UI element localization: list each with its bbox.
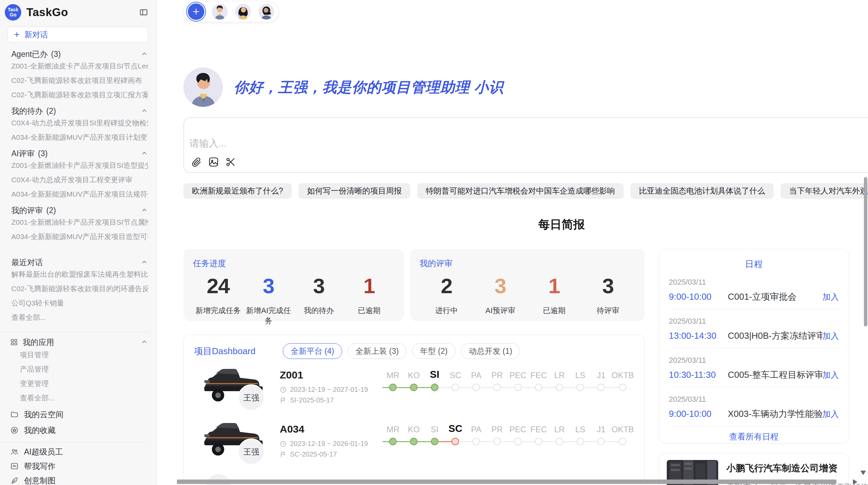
scissors-icon[interactable] <box>225 157 236 167</box>
milestone-node: SI <box>424 421 445 472</box>
conversation-item[interactable]: Z001-全新燃油皮卡产品开发项目SI节点Lesson Learn报告 <box>11 59 148 73</box>
stat-label: 进行中 <box>420 306 473 316</box>
stat-review-overdue: 1 已逾期 <box>527 274 581 316</box>
milestone-dot-pending <box>514 384 522 391</box>
section-header-my-todo[interactable]: 我的待办 (2) <box>11 106 148 116</box>
project-row-z001[interactable]: 王强 Z001 2023-12-19 ~ 2027-01-19 SI-2025-… <box>194 366 634 418</box>
stat-new-ai-done: 3 新增AI完成任务 <box>243 274 294 326</box>
milestone-dot-alert <box>451 438 459 445</box>
milestone-dot-done <box>389 438 397 445</box>
chevron-up-icon <box>141 259 148 266</box>
section-header-recent[interactable]: 最近对话 <box>11 258 148 267</box>
milestone-dot-pending <box>597 384 605 391</box>
conversation-item[interactable]: C0X4-动力总成开发项目工程变更评审 <box>11 173 148 187</box>
suggestion-chip[interactable]: 比亚迪全固态电池计划具体说了什么 <box>630 183 774 199</box>
recent-view-all[interactable]: 查看全部... <box>11 310 148 325</box>
join-button[interactable]: 加入 <box>822 291 839 302</box>
suggestion-chip[interactable]: 当下年轻人对汽车外观有怎样的喜好趋势 <box>781 183 868 199</box>
project-row-a034[interactable]: 王强 A034 2023-12-19 ~ 2026-01-19 SC-2025-… <box>194 421 634 472</box>
milestone-node: KO <box>403 367 424 418</box>
section-header-my-review[interactable]: 我的评审 (2) <box>11 206 148 215</box>
my-cloud-space[interactable]: 我的云空间 <box>10 407 148 422</box>
my-apps-title: 我的应用 <box>23 337 54 348</box>
project-info: A034 2023-12-19 ~ 2026-01-19 SC-2025-05-… <box>280 421 383 472</box>
milestone-node-current: SI <box>424 367 445 418</box>
section-header-agent-done[interactable]: Agent已办 (3) <box>11 49 148 59</box>
daily-briefing-header: 每日简报 <box>183 216 868 233</box>
milestone-dot-pending <box>577 384 584 391</box>
milestone-dot-done <box>431 438 438 445</box>
sidebar-collapse-icon[interactable] <box>139 8 148 17</box>
add-assistant-button[interactable] <box>188 3 204 20</box>
attachment-icon[interactable] <box>191 157 202 167</box>
app-item-project-mgmt[interactable]: 项目管理 <box>20 348 148 362</box>
vertical-scrollbar-thumb[interactable] <box>864 177 867 326</box>
join-button[interactable]: 加入 <box>822 331 839 341</box>
section-header-ai-review[interactable]: AI评审 (3) <box>11 149 148 158</box>
app-item-view-all[interactable]: 查看全部... <box>20 391 148 405</box>
app-logo: Task Go <box>5 4 21 21</box>
section-count: (2) <box>46 107 56 116</box>
project-dates: 2023-12-19 ~ 2027-01-19 <box>280 386 383 394</box>
image-icon[interactable] <box>208 157 219 167</box>
milestone-node: PEC <box>507 421 528 472</box>
stat-pending-review: 3 待评审 <box>581 274 635 316</box>
stat-new-done: 24 新增完成任务 <box>193 274 243 326</box>
milestone-dot-pending <box>493 384 501 391</box>
chat-input[interactable] <box>189 138 602 149</box>
conversation-item[interactable]: Z001-全新燃油轻卡产品开发项目SI节点属性5D文件评审 <box>11 215 148 229</box>
view-all-schedule-link[interactable]: 查看所有日程 <box>669 431 839 442</box>
conversation-item[interactable]: C02-飞腾新能源轻客改款项目立项汇报方案 <box>11 88 148 102</box>
my-apps-header[interactable]: 我的应用 <box>10 337 148 348</box>
tool-creative-draw[interactable]: 创意制图 <box>10 473 148 485</box>
scroll-right-arrow[interactable] <box>853 479 857 485</box>
project-dates: 2023-12-19 ~ 2026-01-19 <box>280 440 383 448</box>
new-chat-button[interactable]: 新对话 <box>8 27 148 42</box>
conversation-item[interactable]: A034-全新新能源MUV产品开发项目法规符合性评审 <box>11 187 148 201</box>
stat-label: 新增AI完成任务 <box>243 306 294 326</box>
horizontal-scrollbar-thumb[interactable] <box>177 480 836 484</box>
chevron-up-icon <box>141 50 148 58</box>
tool-help-write[interactable]: 帮我写作 <box>10 459 148 473</box>
conversation-item[interactable]: C02-飞腾新能源轻客改款项目里程碑画布 <box>11 73 148 88</box>
app-item-product-mgmt[interactable]: 产品管理 <box>20 362 148 376</box>
recent-conversation[interactable]: C02-飞腾新能源轻客改款项目的闭环通告反馈情况 <box>11 282 148 296</box>
event-time: 10:30-11:30 <box>669 370 728 380</box>
tab-all-new-platform[interactable]: 全新平台 (4) <box>283 343 342 359</box>
tab-new-body[interactable]: 全新上装 (3) <box>348 343 407 359</box>
conversation-item[interactable]: A034-全新新能源MUV产品开发项目造型可行性评审 <box>11 229 148 244</box>
tab-model-year[interactable]: 年型 (2) <box>412 343 456 359</box>
assistant-avatar-3[interactable] <box>258 4 274 20</box>
join-button[interactable]: 加入 <box>822 409 839 420</box>
assistant-avatar-1[interactable] <box>212 4 228 20</box>
scroll-down-arrow[interactable] <box>860 471 866 475</box>
recent-conversation[interactable]: 公司Q3轻卡销量 <box>11 296 148 310</box>
my-favorites[interactable]: 我的收藏 <box>10 422 148 438</box>
milestone-node: PEC <box>507 367 528 418</box>
stat-my-todo: 3 我的待办 <box>294 274 344 326</box>
tab-powertrain[interactable]: 动总开发 (1) <box>461 343 520 359</box>
suggestion-chip[interactable]: 欧洲新规最近颁布了什么? <box>183 183 292 199</box>
right-rail: 日程 2025/03/11 9:00-10:00 C001-立项审批会 加入 2… <box>659 249 849 485</box>
stat-value: 3 <box>294 274 344 298</box>
milestone-dot-pending <box>556 438 563 445</box>
stat-label: 已逾期 <box>344 306 394 316</box>
stat-value: 3 <box>581 274 635 298</box>
join-button[interactable]: 加入 <box>822 370 839 381</box>
project-flag-text: SC-2025-05-17 <box>290 450 337 458</box>
assistant-switcher <box>183 1 279 22</box>
stat-label: 我的待办 <box>294 306 344 316</box>
briefing-left-column: 任务进度 24 新增完成任务 3 新增AI完成任务 3 我的待办 <box>183 249 644 485</box>
suggestion-chip[interactable]: 如何写一份清晰的项目周报 <box>299 183 410 199</box>
sidebar-header: Task Go TaskGo <box>5 3 148 21</box>
tool-ai-super-staff[interactable]: AI超级员工 <box>10 445 148 459</box>
conversation-item[interactable]: Z001-全新燃油轻卡产品开发项目SI造型提交物评审 <box>11 158 148 173</box>
assistant-avatar-2[interactable] <box>235 4 251 20</box>
app-item-change-mgmt[interactable]: 变更管理 <box>20 376 148 391</box>
conversation-item[interactable]: A034-全新新能源MUV产品开发项目计划变更表编写 <box>11 130 148 145</box>
stat-label: AI预评审 <box>473 306 527 316</box>
recent-conversation[interactable]: 解释最新出台的欧盟报废车法规再生塑料比例被调至15%... <box>11 267 148 282</box>
apps-grid-icon <box>10 338 18 346</box>
suggestion-chip[interactable]: 特朗普可能对进口汽车增税会对中国车企造成哪些影响 <box>417 183 624 199</box>
conversation-item[interactable]: C0X4-动力总成开发项目SI里程碑提交物检查 <box>11 116 148 130</box>
